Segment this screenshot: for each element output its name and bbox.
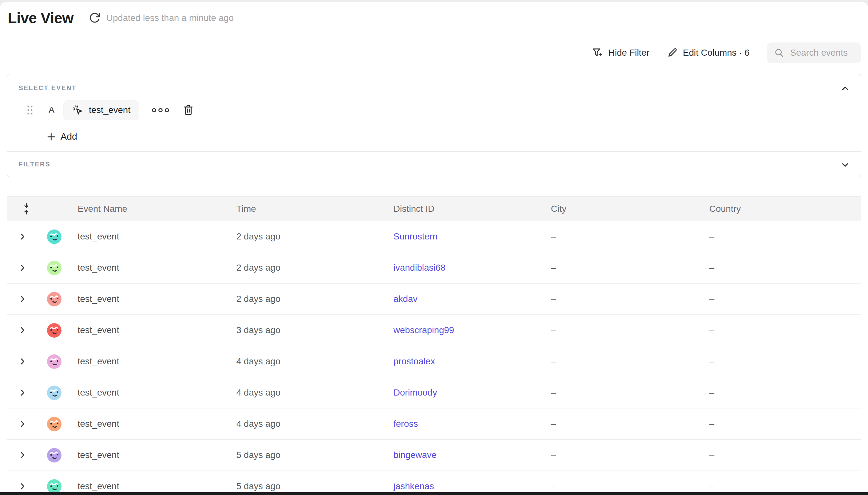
expand-row-button[interactable] [7, 389, 38, 397]
column-header-city[interactable]: City [543, 204, 702, 214]
country-cell: – [702, 232, 861, 242]
add-event-button[interactable]: Add [44, 129, 80, 144]
distinct-id-link[interactable]: prostoalex [393, 356, 435, 366]
distinct-id-link[interactable]: Dorimoody [393, 388, 437, 397]
chevron-right-icon [18, 451, 27, 459]
user-avatar[interactable] [47, 323, 62, 338]
column-header-time[interactable]: Time [229, 204, 386, 214]
event-name-cell: test_event [70, 262, 229, 273]
event-name-cell: test_event [70, 294, 229, 304]
events-table: Event Name Time Distinct ID City Country [7, 196, 861, 495]
hide-filter-button[interactable]: Hide Filter [592, 47, 649, 58]
expand-row-button[interactable] [7, 326, 38, 335]
expand-filters-button[interactable] [840, 160, 850, 170]
user-avatar[interactable] [47, 292, 62, 306]
user-avatar[interactable] [47, 261, 62, 275]
toolbar: Hide Filter Edit Columns · 6 [592, 42, 861, 63]
table-row: test_event 3 days ago webscraping99 – – [7, 315, 861, 346]
time-cell: 4 days ago [229, 356, 386, 366]
chevron-right-icon [18, 263, 27, 272]
collapse-select-event-button[interactable] [840, 84, 850, 93]
drag-handle[interactable] [25, 104, 34, 116]
distinct-id-link[interactable]: jashkenas [393, 481, 434, 491]
event-name-cell: test_event [70, 481, 229, 492]
selected-event-name: test_event [89, 105, 131, 115]
user-avatar[interactable] [47, 354, 62, 369]
time-cell: 5 days ago [229, 481, 386, 492]
time-cell: 2 days ago [229, 294, 386, 304]
table-row: test_event 2 days ago akdav – – [7, 284, 861, 315]
collapse-all-rows-button[interactable] [7, 202, 38, 215]
event-name-cell: test_event [70, 356, 229, 366]
expand-row-button[interactable] [7, 420, 38, 428]
add-label: Add [61, 131, 77, 142]
chevron-right-icon [18, 326, 27, 335]
column-header-distinct-id[interactable]: Distinct ID [386, 204, 543, 214]
distinct-id-link[interactable]: Sunrostern [393, 232, 438, 241]
table-header: Event Name Time Distinct ID City Country [7, 196, 861, 221]
user-avatar[interactable] [47, 479, 62, 494]
expand-row-button[interactable] [7, 357, 38, 365]
plus-icon [46, 132, 56, 142]
distinct-id-link[interactable]: ivandiblasi68 [393, 262, 446, 273]
drag-handle-icon [25, 104, 34, 116]
edit-columns-label: Edit Columns · 6 [683, 48, 750, 58]
country-cell: – [702, 356, 861, 366]
expand-row-button[interactable] [7, 295, 38, 303]
table-row: test_event 4 days ago feross – – [7, 408, 861, 440]
city-cell: – [543, 388, 702, 398]
event-more-options-button[interactable] [149, 105, 172, 116]
time-cell: 2 days ago [229, 232, 386, 242]
city-cell: – [543, 419, 702, 429]
filters-section[interactable]: FILTERS [7, 152, 861, 177]
search-events-box[interactable] [767, 42, 861, 63]
distinct-id-link[interactable]: feross [393, 419, 418, 429]
chevron-right-icon [18, 357, 27, 365]
table-row: test_event 5 days ago bingewave – – [7, 440, 861, 471]
main-content: Live View Updated less than a minute ago… [0, 2, 868, 495]
refresh-button[interactable] [88, 11, 102, 25]
collapse-rows-icon [21, 202, 32, 215]
chevron-right-icon [18, 233, 27, 241]
expand-row-button[interactable] [7, 263, 38, 272]
chevron-right-icon [18, 482, 27, 491]
country-cell: – [702, 481, 861, 492]
updated-status: Updated less than a minute ago [106, 13, 234, 23]
expand-row-button[interactable] [7, 451, 38, 459]
user-avatar[interactable] [47, 386, 62, 400]
select-event-section: SELECT EVENT [7, 74, 861, 151]
table-row: test_event 4 days ago prostoalex – – [7, 346, 861, 377]
time-cell: 4 days ago [229, 419, 386, 429]
expand-row-button[interactable] [7, 482, 38, 491]
user-avatar[interactable] [47, 417, 62, 431]
column-header-country[interactable]: Country [702, 204, 861, 214]
page-title: Live View [8, 9, 73, 27]
city-cell: – [543, 232, 702, 242]
filters-label: FILTERS [19, 160, 51, 168]
user-avatar[interactable] [47, 229, 62, 244]
delete-event-button[interactable] [181, 102, 196, 118]
column-header-event-name[interactable]: Event Name [70, 204, 229, 214]
country-cell: – [702, 294, 861, 304]
city-cell: – [543, 481, 702, 492]
country-cell: – [702, 419, 861, 429]
city-cell: – [543, 325, 702, 335]
trash-icon [183, 104, 194, 116]
user-avatar[interactable] [47, 448, 62, 462]
expand-row-button[interactable] [7, 233, 38, 241]
event-name-cell: test_event [70, 232, 229, 242]
distinct-id-link[interactable]: webscraping99 [393, 325, 454, 335]
chevron-right-icon [18, 389, 27, 397]
event-selector-button[interactable]: test_event [64, 100, 139, 120]
chevron-right-icon [18, 420, 27, 428]
event-letter: A [47, 105, 56, 115]
event-name-cell: test_event [70, 388, 229, 398]
edit-columns-button[interactable]: Edit Columns · 6 [667, 47, 750, 58]
city-cell: – [543, 450, 702, 460]
distinct-id-link[interactable]: bingewave [393, 450, 437, 460]
country-cell: – [702, 450, 861, 460]
distinct-id-link[interactable]: akdav [393, 294, 418, 304]
search-events-input[interactable] [790, 48, 854, 58]
cursor-click-icon [72, 104, 84, 116]
search-icon [774, 48, 784, 58]
